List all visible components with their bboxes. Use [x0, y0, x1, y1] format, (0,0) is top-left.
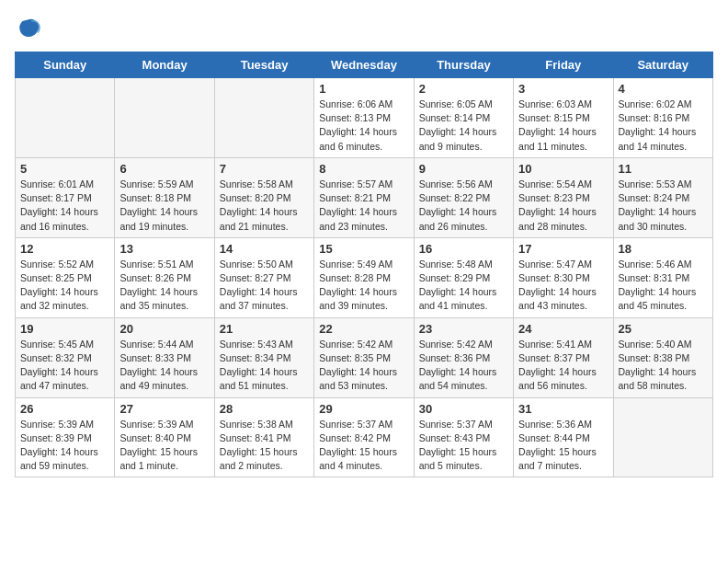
day-info: Sunrise: 6:02 AM Sunset: 8:16 PM Dayligh… [619, 98, 708, 154]
calendar-week-row: 1Sunrise: 6:06 AM Sunset: 8:13 PM Daylig… [16, 78, 713, 158]
calendar-cell: 25Sunrise: 5:40 AM Sunset: 8:38 PM Dayli… [613, 317, 712, 397]
calendar-cell: 13Sunrise: 5:51 AM Sunset: 8:26 PM Dayli… [115, 237, 214, 317]
day-header-saturday: Saturday [613, 52, 712, 78]
calendar-table: SundayMondayTuesdayWednesdayThursdayFrid… [15, 52, 713, 477]
day-number: 24 [518, 322, 608, 336]
calendar-cell: 14Sunrise: 5:50 AM Sunset: 8:27 PM Dayli… [214, 237, 313, 317]
logo [15, 15, 44, 40]
calendar-cell: 11Sunrise: 5:53 AM Sunset: 8:24 PM Dayli… [613, 157, 712, 237]
day-number: 29 [319, 402, 408, 416]
calendar-cell: 17Sunrise: 5:47 AM Sunset: 8:30 PM Dayli… [514, 237, 613, 317]
day-number: 20 [119, 322, 209, 336]
calendar-cell: 6Sunrise: 5:59 AM Sunset: 8:18 PM Daylig… [115, 157, 214, 237]
day-info: Sunrise: 6:05 AM Sunset: 8:14 PM Dayligh… [419, 98, 508, 154]
calendar-cell: 24Sunrise: 5:41 AM Sunset: 8:37 PM Dayli… [514, 317, 613, 397]
day-info: Sunrise: 5:54 AM Sunset: 8:23 PM Dayligh… [518, 178, 608, 234]
day-header-friday: Friday [514, 52, 613, 78]
day-info: Sunrise: 5:37 AM Sunset: 8:43 PM Dayligh… [419, 418, 508, 474]
calendar-cell: 3Sunrise: 6:03 AM Sunset: 8:15 PM Daylig… [514, 78, 613, 158]
day-number: 4 [619, 82, 708, 96]
calendar-cell: 19Sunrise: 5:45 AM Sunset: 8:32 PM Dayli… [16, 317, 115, 397]
calendar-cell: 8Sunrise: 5:57 AM Sunset: 8:21 PM Daylig… [314, 157, 414, 237]
page-header [15, 15, 713, 40]
day-info: Sunrise: 5:44 AM Sunset: 8:33 PM Dayligh… [119, 338, 209, 394]
day-info: Sunrise: 5:51 AM Sunset: 8:26 PM Dayligh… [119, 258, 209, 314]
calendar-cell: 22Sunrise: 5:42 AM Sunset: 8:35 PM Dayli… [314, 317, 414, 397]
calendar-cell [613, 397, 712, 477]
day-number: 19 [20, 322, 109, 336]
day-number: 30 [419, 402, 508, 416]
day-number: 28 [220, 402, 309, 416]
day-info: Sunrise: 5:39 AM Sunset: 8:39 PM Dayligh… [20, 418, 109, 474]
day-info: Sunrise: 5:43 AM Sunset: 8:34 PM Dayligh… [220, 338, 309, 394]
day-number: 1 [319, 82, 408, 96]
calendar-cell: 18Sunrise: 5:46 AM Sunset: 8:31 PM Dayli… [613, 237, 712, 317]
day-number: 17 [518, 242, 608, 256]
day-info: Sunrise: 5:42 AM Sunset: 8:35 PM Dayligh… [319, 338, 408, 394]
day-number: 5 [20, 162, 109, 176]
day-info: Sunrise: 5:49 AM Sunset: 8:28 PM Dayligh… [319, 258, 408, 314]
day-info: Sunrise: 5:56 AM Sunset: 8:22 PM Dayligh… [419, 178, 508, 234]
calendar-cell: 1Sunrise: 6:06 AM Sunset: 8:13 PM Daylig… [314, 78, 414, 158]
day-info: Sunrise: 5:59 AM Sunset: 8:18 PM Dayligh… [119, 178, 209, 234]
calendar-cell: 9Sunrise: 5:56 AM Sunset: 8:22 PM Daylig… [414, 157, 513, 237]
day-number: 13 [119, 242, 209, 256]
calendar-cell: 28Sunrise: 5:38 AM Sunset: 8:41 PM Dayli… [214, 397, 313, 477]
day-number: 9 [419, 162, 508, 176]
day-header-wednesday: Wednesday [314, 52, 414, 78]
day-number: 8 [319, 162, 408, 176]
day-info: Sunrise: 5:47 AM Sunset: 8:30 PM Dayligh… [518, 258, 608, 314]
calendar-cell: 5Sunrise: 6:01 AM Sunset: 8:17 PM Daylig… [16, 157, 115, 237]
day-number: 7 [220, 162, 309, 176]
day-number: 11 [619, 162, 708, 176]
day-info: Sunrise: 5:37 AM Sunset: 8:42 PM Dayligh… [319, 418, 408, 474]
day-info: Sunrise: 5:52 AM Sunset: 8:25 PM Dayligh… [20, 258, 109, 314]
calendar-cell: 31Sunrise: 5:36 AM Sunset: 8:44 PM Dayli… [514, 397, 613, 477]
calendar-header-row: SundayMondayTuesdayWednesdayThursdayFrid… [16, 52, 713, 78]
day-info: Sunrise: 5:38 AM Sunset: 8:41 PM Dayligh… [220, 418, 309, 474]
calendar-cell: 16Sunrise: 5:48 AM Sunset: 8:29 PM Dayli… [414, 237, 513, 317]
day-info: Sunrise: 5:36 AM Sunset: 8:44 PM Dayligh… [518, 418, 608, 474]
calendar-week-row: 12Sunrise: 5:52 AM Sunset: 8:25 PM Dayli… [16, 237, 713, 317]
day-info: Sunrise: 5:40 AM Sunset: 8:38 PM Dayligh… [619, 338, 708, 394]
calendar-week-row: 5Sunrise: 6:01 AM Sunset: 8:17 PM Daylig… [16, 157, 713, 237]
day-info: Sunrise: 6:06 AM Sunset: 8:13 PM Dayligh… [319, 98, 408, 154]
day-info: Sunrise: 5:45 AM Sunset: 8:32 PM Dayligh… [20, 338, 109, 394]
day-number: 25 [619, 322, 708, 336]
day-number: 16 [419, 242, 508, 256]
day-info: Sunrise: 5:58 AM Sunset: 8:20 PM Dayligh… [220, 178, 309, 234]
day-number: 15 [319, 242, 408, 256]
calendar-cell: 15Sunrise: 5:49 AM Sunset: 8:28 PM Dayli… [314, 237, 414, 317]
day-info: Sunrise: 5:42 AM Sunset: 8:36 PM Dayligh… [419, 338, 508, 394]
day-number: 3 [518, 82, 608, 96]
calendar-cell: 2Sunrise: 6:05 AM Sunset: 8:14 PM Daylig… [414, 78, 513, 158]
day-number: 31 [518, 402, 608, 416]
day-number: 12 [20, 242, 109, 256]
day-number: 23 [419, 322, 508, 336]
day-number: 14 [220, 242, 309, 256]
day-header-thursday: Thursday [414, 52, 513, 78]
day-info: Sunrise: 5:41 AM Sunset: 8:37 PM Dayligh… [518, 338, 608, 394]
calendar-cell: 29Sunrise: 5:37 AM Sunset: 8:42 PM Dayli… [314, 397, 414, 477]
calendar-cell [214, 78, 313, 158]
day-number: 22 [319, 322, 408, 336]
day-header-monday: Monday [115, 52, 214, 78]
calendar-week-row: 19Sunrise: 5:45 AM Sunset: 8:32 PM Dayli… [16, 317, 713, 397]
day-number: 2 [419, 82, 508, 96]
day-number: 26 [20, 402, 109, 416]
day-number: 27 [119, 402, 209, 416]
day-info: Sunrise: 5:53 AM Sunset: 8:24 PM Dayligh… [619, 178, 708, 234]
calendar-cell: 4Sunrise: 6:02 AM Sunset: 8:16 PM Daylig… [613, 78, 712, 158]
calendar-cell: 12Sunrise: 5:52 AM Sunset: 8:25 PM Dayli… [16, 237, 115, 317]
day-info: Sunrise: 5:46 AM Sunset: 8:31 PM Dayligh… [619, 258, 708, 314]
calendar-cell: 10Sunrise: 5:54 AM Sunset: 8:23 PM Dayli… [514, 157, 613, 237]
day-number: 21 [220, 322, 309, 336]
calendar-cell: 26Sunrise: 5:39 AM Sunset: 8:39 PM Dayli… [16, 397, 115, 477]
calendar-cell: 23Sunrise: 5:42 AM Sunset: 8:36 PM Dayli… [414, 317, 513, 397]
calendar-cell [115, 78, 214, 158]
calendar-cell: 20Sunrise: 5:44 AM Sunset: 8:33 PM Dayli… [115, 317, 214, 397]
calendar-cell: 27Sunrise: 5:39 AM Sunset: 8:40 PM Dayli… [115, 397, 214, 477]
day-number: 10 [518, 162, 608, 176]
calendar-cell: 21Sunrise: 5:43 AM Sunset: 8:34 PM Dayli… [214, 317, 313, 397]
logo-icon [15, 15, 40, 40]
